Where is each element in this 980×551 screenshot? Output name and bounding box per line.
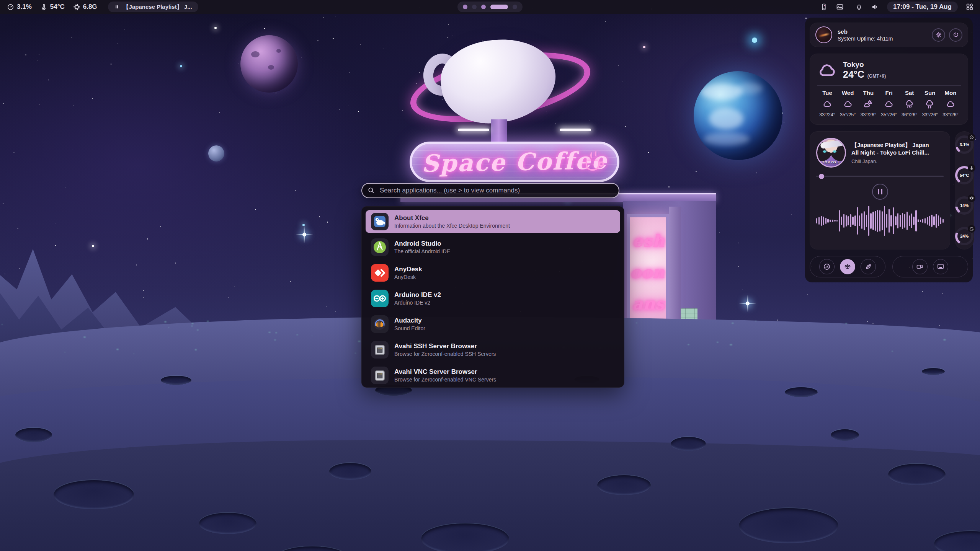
cloud-icon bbox=[884, 99, 894, 109]
weather-city: Tokyo bbox=[843, 61, 886, 69]
forecast-temps: 33°/26° bbox=[861, 112, 876, 117]
camera-button[interactable] bbox=[912, 259, 928, 274]
thermometer-icon bbox=[968, 164, 975, 172]
forecast-day: Sun 33°/26° bbox=[920, 90, 939, 117]
window-neon-text: oon bbox=[630, 262, 665, 282]
crater bbox=[329, 463, 371, 480]
gauge-icon bbox=[7, 3, 14, 11]
workspace-dot-active[interactable] bbox=[490, 5, 508, 9]
track-progress[interactable] bbox=[816, 174, 944, 179]
forecast-day: Thu 33°/26° bbox=[859, 90, 878, 117]
speed-icon bbox=[823, 263, 831, 271]
workspace-dot-occupied[interactable] bbox=[463, 5, 467, 9]
track-title: 【Japanese Playlist】 Japan All Night - To… bbox=[851, 141, 929, 157]
memory-value: 6.8G bbox=[83, 3, 97, 11]
android-studio-icon bbox=[371, 238, 389, 256]
crater bbox=[888, 464, 946, 485]
forecast-day-label: Tue bbox=[822, 90, 832, 96]
xfce-icon bbox=[371, 213, 389, 230]
temperature-value: 54°C bbox=[50, 3, 65, 11]
forecast-day: Wed 35°/25° bbox=[838, 90, 858, 117]
app-list-item[interactable]: About Xfce Information about the Xfce De… bbox=[366, 210, 620, 233]
progress-handle[interactable] bbox=[819, 174, 824, 179]
user-name: seb bbox=[838, 28, 893, 35]
crater bbox=[421, 523, 509, 551]
forecast-day-label: Wed bbox=[842, 90, 854, 96]
arduino-icon bbox=[371, 290, 389, 307]
crater bbox=[597, 475, 651, 495]
app-title: Arduino IDE v2 bbox=[394, 291, 441, 299]
chip-icon bbox=[73, 3, 80, 11]
system-uptime: System Uptime: 4h11m bbox=[838, 36, 893, 42]
power-button[interactable] bbox=[949, 28, 962, 42]
leaf-button[interactable] bbox=[861, 259, 876, 274]
stat-gauge: 14% bbox=[955, 196, 973, 215]
speed-button[interactable] bbox=[819, 259, 835, 274]
temperature-indicator: 54°C bbox=[40, 3, 65, 11]
workspace-dot-empty[interactable] bbox=[513, 5, 517, 9]
app-title: Avahi SSH Server Browser bbox=[394, 342, 496, 350]
forecast-day-label: Sun bbox=[924, 90, 935, 96]
user-card: seb System Uptime: 4h11m bbox=[810, 23, 968, 47]
top-bar: 3.1% 54°C 6.8G 【Japanese Playlist】 J... … bbox=[0, 0, 980, 14]
neon-steam-icon bbox=[590, 152, 593, 158]
clock[interactable]: 17:09 - Tue, 19 Aug bbox=[887, 2, 958, 12]
power-profile-group bbox=[810, 256, 885, 277]
gear-icon bbox=[935, 31, 942, 38]
app-description: AnyDesk bbox=[394, 274, 422, 280]
scales-button[interactable] bbox=[840, 259, 855, 274]
app-list-item[interactable]: AnyDesk AnyDesk bbox=[366, 261, 620, 284]
magnifier-icon bbox=[368, 187, 375, 194]
weather-forecast: Tue 33°/24° Wed 35°/25° Thu 33°/26° Fri … bbox=[817, 90, 961, 117]
media-pill[interactable]: 【Japanese Playlist】 J... bbox=[108, 2, 198, 12]
workspace-dot-occupied[interactable] bbox=[481, 5, 486, 9]
workspace-dot-empty[interactable] bbox=[472, 5, 477, 9]
leaf-icon bbox=[864, 263, 872, 271]
media-pill-title: 【Japanese Playlist】 J... bbox=[123, 3, 192, 11]
play-pause-button[interactable] bbox=[872, 184, 888, 200]
small-moon bbox=[208, 145, 224, 161]
neon-steam-icon bbox=[595, 151, 598, 157]
cpu-usage-indicator: 3.1% bbox=[7, 3, 32, 11]
cpu-usage-value: 3.1% bbox=[17, 3, 32, 11]
sign-light bbox=[560, 129, 591, 131]
cloud-icon bbox=[946, 99, 956, 109]
cloud-icon bbox=[822, 99, 832, 109]
power-icon bbox=[952, 31, 959, 38]
forecast-temps: 33°/26° bbox=[922, 112, 938, 117]
control-center-panel: seb System Uptime: 4h11m Tokyo 24°C (GMT… bbox=[805, 18, 973, 282]
audio-visualizer bbox=[816, 205, 944, 236]
forecast-temps: 35°/26° bbox=[881, 112, 897, 117]
app-list-item[interactable]: Android Studio The official Android IDE bbox=[366, 236, 620, 259]
phone-connect-icon[interactable] bbox=[820, 3, 828, 11]
network-icon bbox=[371, 367, 389, 384]
settings-button[interactable] bbox=[932, 28, 945, 42]
stat-gauge: 3.1% bbox=[955, 135, 973, 154]
sun-cloud-icon bbox=[863, 99, 873, 109]
app-list-item[interactable]: Arduino IDE v2 Arduino IDE v2 bbox=[366, 287, 620, 310]
forecast-day: Sat 36°/26° bbox=[900, 90, 919, 117]
app-list-item[interactable]: Avahi SSH Server Browser Browse for Zero… bbox=[366, 338, 620, 361]
app-title: Avahi VNC Server Browser bbox=[394, 368, 496, 376]
volume-icon[interactable] bbox=[871, 3, 879, 11]
screenshot-icon[interactable] bbox=[836, 3, 844, 11]
bell-icon[interactable] bbox=[855, 3, 863, 11]
overview-grid-icon[interactable] bbox=[965, 3, 974, 11]
app-list-item[interactable]: Avahi VNC Server Browser Browse for Zero… bbox=[366, 364, 620, 387]
sparkle-star bbox=[739, 295, 756, 312]
forecast-day: Tue 33°/24° bbox=[818, 90, 837, 117]
search-input[interactable] bbox=[361, 183, 619, 198]
window-neon-text: esh bbox=[632, 231, 665, 251]
purple-planet bbox=[240, 35, 298, 93]
forecast-temps: 33°/26° bbox=[942, 112, 958, 117]
workspace-indicator[interactable] bbox=[457, 2, 523, 12]
crater bbox=[922, 368, 945, 375]
app-list-item[interactable]: Audacity Sound Editor bbox=[366, 313, 620, 336]
pause-icon bbox=[114, 4, 119, 10]
divider bbox=[817, 85, 961, 86]
memory-indicator: 6.8G bbox=[73, 3, 97, 11]
screenshot-button[interactable] bbox=[933, 259, 948, 274]
stat-value: 14% bbox=[960, 203, 969, 208]
network-icon bbox=[371, 341, 389, 359]
cloud-icon bbox=[817, 60, 838, 81]
